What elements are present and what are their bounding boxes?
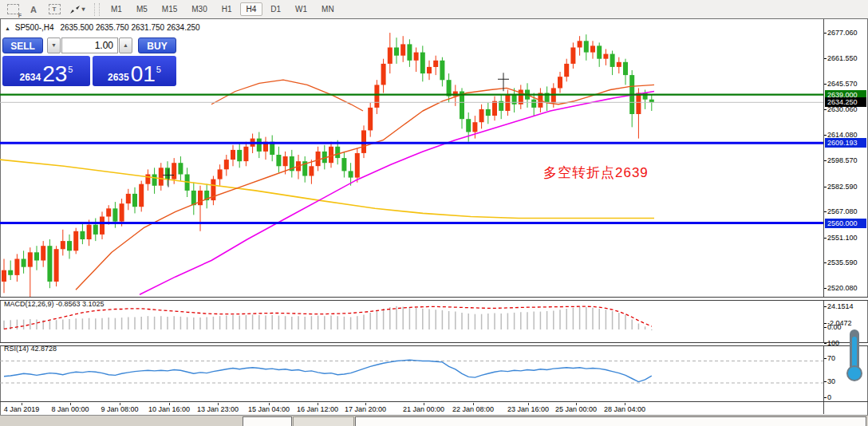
rsi-label: RSI(14) 42.8728 <box>4 345 57 353</box>
chart-title: ▲ SP500-,H4 2635.500 2635.750 2631.750 2… <box>5 23 200 32</box>
volume-input[interactable] <box>61 37 118 53</box>
timeframe-button-m1[interactable]: M1 <box>105 2 128 16</box>
rsi-axis-label: 70 <box>827 354 835 362</box>
price-tick-label: 2582.590 <box>827 183 858 191</box>
sell-price-small: 2634 <box>20 71 41 84</box>
chart-tab-area[interactable] <box>355 416 866 426</box>
price-tick-label: 2598.570 <box>827 156 858 164</box>
axis-tick <box>824 343 827 344</box>
chart-symbol: SP500-,H4 <box>15 23 54 32</box>
axis-tick <box>824 84 827 85</box>
price-badge-2560.000: 2560.000 <box>825 219 866 228</box>
price-tick-label: 2520.080 <box>827 284 858 292</box>
time-label: 22 Jan 08:00 <box>452 405 494 413</box>
timeframe-button-h1[interactable]: H1 <box>215 2 239 16</box>
axis-tick <box>824 358 827 359</box>
axis-tick <box>824 160 827 161</box>
one-click-trading-panel: SELL ▼ ▲ BUY 2634 23 5 2635 01 5 <box>2 37 176 86</box>
price-badge-2634.250: 2634.250 <box>825 97 866 107</box>
chart-ohlc: 2635.500 2635.750 2631.750 2634.250 <box>60 23 199 32</box>
chart-tab[interactable] <box>243 416 292 426</box>
sell-price-sup: 5 <box>68 65 73 74</box>
trading-terminal: { "toolbar": { "icon_f": "F", "icon_a": … <box>0 0 868 426</box>
arrow-tool-icon[interactable]: A <box>26 3 41 16</box>
axis-tick <box>824 381 827 382</box>
timeframe-button-m30[interactable]: M30 <box>185 2 213 16</box>
timeframe-button-w1[interactable]: W1 <box>289 2 314 16</box>
price-badge-2609.193: 2609.193 <box>825 138 866 148</box>
text-tool-icon[interactable]: T <box>46 3 62 16</box>
sell-price-big: 23 <box>42 65 67 84</box>
macd-axis-label: 24.1514 <box>827 302 854 310</box>
collapse-trade-panel-icon[interactable]: ▲ <box>5 26 10 31</box>
price-tick-label: 2551.100 <box>827 234 858 242</box>
axis-tick <box>824 211 827 212</box>
chart-annotation: 多空转折点2639 <box>543 164 649 182</box>
price-tick-label: 2661.550 <box>827 54 858 62</box>
time-label: 8 Jan 00:00 <box>51 405 89 413</box>
axis-tick <box>824 323 827 324</box>
arrows-glyph-icon <box>69 5 81 14</box>
rsi-panel[interactable] <box>0 345 823 401</box>
axis-tick <box>824 109 827 110</box>
axis-tick <box>824 397 827 398</box>
price-tick-label: 2645.570 <box>827 80 858 88</box>
time-label: 9 Jan 08:00 <box>101 405 138 413</box>
time-label: 16 Jan 12:00 <box>297 405 338 413</box>
axis-tick <box>824 135 827 136</box>
axis-tick <box>824 262 827 263</box>
dropdown-caret-icon: ▾ <box>81 6 85 13</box>
macd-axis-label: 0.00 <box>827 323 842 331</box>
buy-price-small: 2635 <box>108 71 129 84</box>
sell-button[interactable]: SELL <box>2 37 43 53</box>
time-label: 25 Jan 00:00 <box>555 405 597 413</box>
price-tick-label: 2567.080 <box>827 207 858 215</box>
macd-label: MACD(12,26,9) -0.8563 3.1025 <box>4 300 105 308</box>
time-label: 15 Jan 04:00 <box>248 405 290 413</box>
timeframe-group: M1M5M15M30H1H4D1W1MN <box>104 2 341 16</box>
marquee-tool-icon[interactable]: F <box>5 3 21 16</box>
sell-price-panel[interactable]: 2634 23 5 <box>2 56 90 86</box>
dashed-box-icon <box>7 4 19 14</box>
panel-separator <box>0 401 868 402</box>
macd-panel[interactable] <box>0 300 823 342</box>
axis-tick <box>824 327 827 328</box>
axis-tick <box>824 306 827 307</box>
price-tick-label: 2535.590 <box>827 258 858 266</box>
bottom-tab-strip <box>0 415 868 426</box>
timeframe-button-m5[interactable]: M5 <box>130 2 154 16</box>
rsi-axis-label: 100 <box>827 339 839 347</box>
axis-tick <box>824 187 827 187</box>
chart-tab[interactable] <box>293 416 354 426</box>
thermometer-icon <box>844 329 866 385</box>
price-tick-label: 2677.060 <box>827 29 858 37</box>
axis-tick <box>824 58 827 59</box>
buy-price-sup: 5 <box>156 65 161 74</box>
rsi-axis-label: 0 <box>827 393 831 401</box>
timeframe-button-mn[interactable]: MN <box>315 2 341 16</box>
time-label: 21 Jan 00:00 <box>403 405 444 413</box>
shapes-tool-icon[interactable]: ▾ <box>67 3 88 16</box>
time-axis[interactable]: 4 Jan 20198 Jan 00:009 Jan 08:0010 Jan 1… <box>0 403 823 415</box>
marquee-f-label: F <box>18 13 22 18</box>
time-label: 23 Jan 16:00 <box>507 405 549 413</box>
timeframe-button-d1[interactable]: D1 <box>264 2 287 16</box>
timeframe-button-h4[interactable]: H4 <box>240 2 263 16</box>
rsi-axis-label: 30 <box>827 377 835 385</box>
buy-button[interactable]: BUY <box>138 37 176 53</box>
volume-increase-button[interactable]: ▲ <box>119 37 132 53</box>
time-label: 17 Jan 20:00 <box>345 405 386 413</box>
text-box-icon: T <box>49 4 61 14</box>
timeframe-button-m15[interactable]: M15 <box>156 2 183 16</box>
buy-price-panel[interactable]: 2635 01 5 <box>93 56 176 86</box>
axis-tick <box>824 238 827 239</box>
volume-decrease-button[interactable]: ▼ <box>47 37 61 53</box>
axis-tick <box>824 33 827 34</box>
top-toolbar: F A T ▾ M1M5M15M30H1H4D1W1MN <box>0 0 868 19</box>
time-label: 4 Jan 2019 <box>4 405 40 413</box>
axis-tick <box>824 288 827 289</box>
time-label: 10 Jan 16:00 <box>148 405 190 413</box>
time-label: 28 Jan 04:00 <box>604 405 645 413</box>
time-label: 13 Jan 23:00 <box>197 405 239 413</box>
toolbar-separator <box>94 3 100 16</box>
